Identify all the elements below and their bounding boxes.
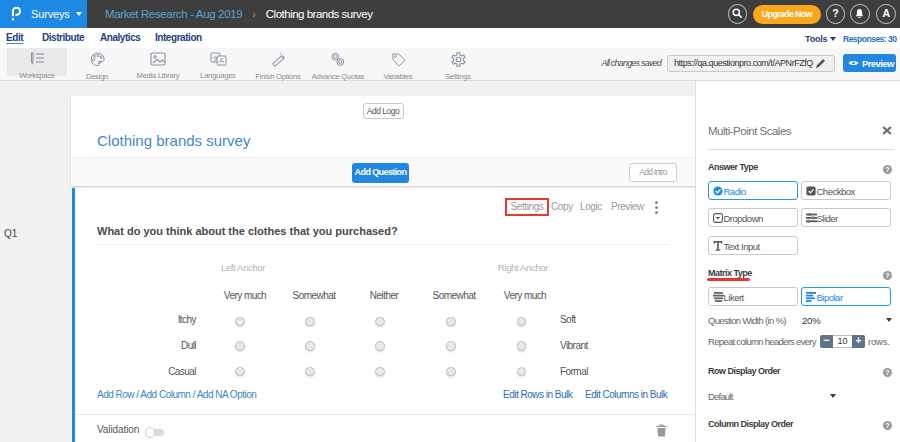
svg-text:文: 文 — [212, 55, 219, 62]
svg-text:A: A — [219, 57, 224, 64]
